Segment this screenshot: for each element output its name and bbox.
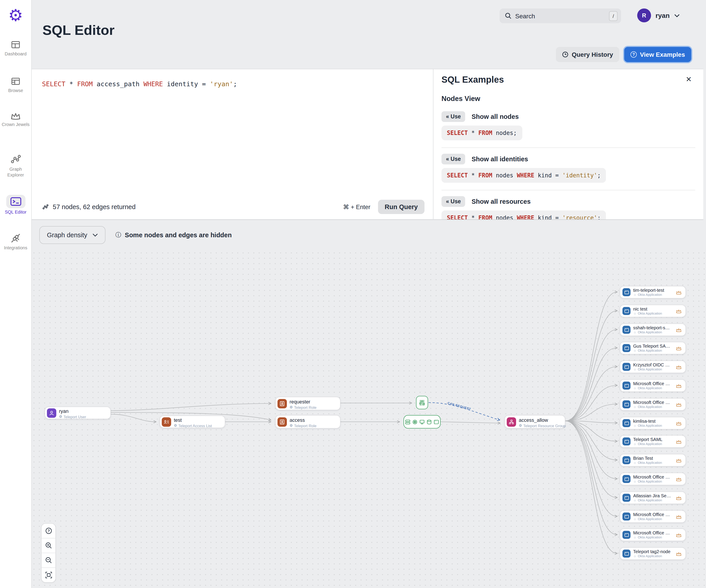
examples-scroll-gutter[interactable] [704,69,706,220]
use-example-button[interactable]: « Use [441,154,465,164]
zoom-in-button[interactable] [42,538,55,553]
example-query-chip[interactable]: SELECT * FROM nodes WHERE kind = 'resour… [441,210,606,220]
help-button[interactable]: ? [42,524,55,538]
sidebar-item-integrations[interactable]: Integrations [0,232,31,251]
example-query-chip[interactable]: SELECT * FROM nodes WHERE kind = 'identi… [441,168,606,183]
role-badge-icon [277,399,287,408]
graph-node-user-ryan[interactable]: ryan ⚙Teleport User [45,406,111,419]
example-row: « UseShow all resources [441,196,694,207]
use-example-button[interactable]: « Use [441,196,465,207]
okta-sun-icon: ☼ [633,517,636,521]
sidebar-item-graph-explorer[interactable]: Graph Explorer [0,154,31,178]
crown-icon[interactable] [676,402,682,407]
graph-canvas[interactable] [31,250,706,588]
okta-sun-icon: ☼ [633,424,636,428]
crown-icon[interactable] [676,439,682,444]
graph-density-label: Graph density [47,231,87,239]
okta-app-icon [622,419,630,427]
graph-node-okta-app[interactable]: Atlassian Jira Server☼Okta Application [620,492,686,504]
query-history-button[interactable]: Query History [556,47,619,62]
app-logo[interactable]: ⚙ [0,7,31,24]
sidebar-item-label: Integrations [3,245,28,251]
view-examples-button[interactable]: ? View Examples [624,47,691,62]
zoom-out-button[interactable] [42,553,55,568]
example-row: « UseShow all identities [441,154,694,164]
graph-node-allowed-settings[interactable] [416,396,428,409]
gear-logo-icon: ⚙ [8,7,23,24]
example-query-chip[interactable]: SELECT * FROM nodes; [441,125,522,140]
crown-icon[interactable] [676,364,682,369]
header-actions: Query History ? View Examples [556,47,691,62]
okta-app-icon [622,326,630,334]
sidebar-item-crown-jewels[interactable]: Crown Jewels [0,112,31,127]
sidebar-item-browse[interactable]: Browse [0,76,31,93]
crown-icon[interactable] [676,309,682,313]
graph-node-okta-app[interactable]: sshah-teleport-saml-idp...☼Okta Applicat… [620,323,686,336]
crown-icon[interactable] [676,346,682,351]
app-title: Teleport tag2-node [633,549,671,554]
okta-sun-icon: ☼ [633,554,636,558]
okta-sun-icon: ☼ [633,311,636,315]
run-query-button[interactable]: Run Query [378,200,425,214]
crown-icon[interactable] [676,290,682,295]
graph-node-okta-app[interactable]: Microsoft Office 365☼Okta Application [620,379,686,392]
crown-icon[interactable] [676,495,682,500]
view-examples-label: View Examples [640,51,685,58]
crown-icon[interactable] [676,533,682,537]
graph-node-okta-app[interactable]: Krzysztof OIDC SSO App☼Okta Application [620,361,686,373]
graph-node-okta-app[interactable]: Microsoft Office 365☼Okta Application [620,510,686,523]
graph-node-okta-app[interactable]: kimlisa-test☼Okta Application [620,417,686,429]
database-icon [427,419,432,424]
graph-node-okta-app[interactable]: Microsoft Office 365☼Okta Application [620,473,686,485]
crown-icon[interactable] [676,458,682,463]
crown-icon[interactable] [676,476,682,481]
okta-app-icon [622,400,630,408]
example-row: « UseShow all nodes [441,111,694,122]
graph-node-access-list-test[interactable]: test ⚙Teleport Access List [159,416,225,428]
graph-node-okta-app[interactable]: Gus Teleport SAML☼Okta Application [620,342,686,354]
crown-icon[interactable] [676,514,682,519]
crown-icon[interactable] [676,421,682,426]
gear-icon: ⚙ [174,424,177,428]
node-title: test [174,417,182,423]
app-subtitle: ☼Okta Application [633,386,671,390]
gear-icon: ⚙ [289,405,293,409]
use-example-button[interactable]: « Use [441,111,465,122]
node-title: ryan [59,408,69,414]
node-title: access_allow [519,417,548,423]
okta-app-icon [622,550,630,558]
sql-query-input[interactable]: SELECT * FROM access_path WHERE identity… [42,80,237,87]
crown-icon[interactable] [676,551,682,556]
sidebar-item-dashboard[interactable]: Dashboard [0,39,31,57]
examples-section-heading: Nodes View [441,95,694,103]
example-divider [441,148,695,148]
graph-node-okta-app[interactable]: Teleport tag2-node☼Okta Application [620,547,686,560]
app-title: Microsoft Office 365 [633,512,671,517]
graph-node-role-requester[interactable]: requester ⚙Teleport Role [275,397,341,410]
graph-node-okta-app[interactable]: Teleport SAML☼Okta Application [620,435,686,448]
graph-node-okta-app[interactable]: Microsoft Office 365☼Okta Application [620,528,686,541]
graph-toolbar: Graph density ⓘ Some nodes and edges are… [31,220,706,250]
graph-node-okta-app[interactable]: Brian Test☼Okta Application [620,454,686,467]
app-subtitle: ☼Okta Application [633,554,671,558]
user-menu[interactable]: R ryan [637,8,679,22]
graph-node-resource-kinds[interactable] [403,415,441,429]
app-subtitle: ☼Okta Application [633,330,671,334]
sidebar-item-sql-editor[interactable]: SQL Editor [0,195,31,215]
crown-icon[interactable] [676,327,682,332]
graph-density-select[interactable]: Graph density [39,226,106,244]
graph-node-okta-app[interactable]: nic test☼Okta Application [620,305,686,317]
clock-icon [562,51,568,57]
node-subtitle: ⚙Teleport Access List [174,424,212,428]
okta-sun-icon: ☼ [633,405,636,409]
graph-node-resource-group[interactable]: access_allow ⚙Teleport Resource Group [505,415,565,429]
graph-node-role-access[interactable]: access ⚙Teleport Role [275,415,341,429]
graph-node-okta-app[interactable]: tim-teleport-test☼Okta Application [620,286,686,299]
okta-sun-icon: ☼ [633,367,636,371]
search-input[interactable]: Search / [500,8,621,23]
close-icon[interactable]: ✕ [686,76,692,83]
avatar: R [637,8,651,22]
graph-node-okta-app[interactable]: Microsoft Office 365☼Okta Application [620,398,686,410]
fit-view-button[interactable] [42,568,55,582]
crown-icon[interactable] [676,383,682,388]
